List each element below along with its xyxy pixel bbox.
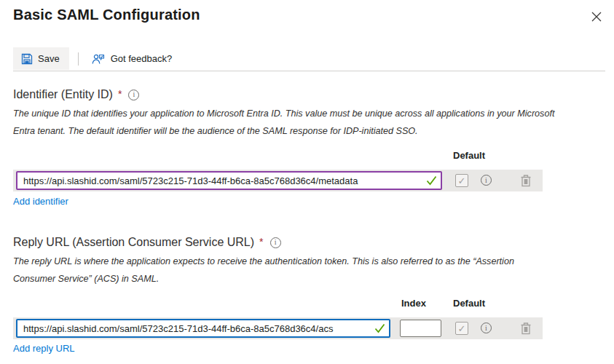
index-input[interactable] [400,320,441,337]
basic-saml-configuration-panel: Basic SAML Configuration Save Got feedba [0,0,614,364]
info-icon[interactable]: i [481,323,492,333]
required-asterisk: * [118,88,122,100]
feedback-person-icon [92,53,105,65]
required-asterisk: * [259,236,263,248]
default-column-header: Default [453,150,485,161]
save-label: Save [38,53,60,64]
reply-url-input-wrap [16,319,390,338]
delete-row-button[interactable] [519,173,533,188]
info-icon[interactable]: i [270,237,281,248]
toolbar-divider [13,71,605,71]
identifier-url-input[interactable] [16,171,442,190]
default-checkbox[interactable]: ✓ [455,322,468,335]
reply-url-row: ✓ i [13,317,543,339]
toolbar: Save Got feedback? [13,47,178,70]
info-icon[interactable]: i [481,175,492,186]
trash-icon [520,174,532,187]
identifier-title-text: Identifier (Entity ID) [13,88,113,101]
trash-icon [520,322,532,335]
identifier-input-wrap [16,171,442,190]
identifier-section-title: Identifier (Entity ID) * i [13,88,139,101]
got-feedback-label: Got feedback? [111,53,173,64]
reply-url-input[interactable] [16,319,390,338]
got-feedback-button[interactable]: Got feedback? [86,47,178,70]
save-disk-icon [21,53,33,65]
save-button[interactable]: Save [13,47,69,70]
default-checkbox[interactable]: ✓ [455,174,468,187]
page-title: Basic SAML Configuration [13,7,200,23]
add-identifier-link[interactable]: Add identifier [13,196,68,207]
info-icon[interactable]: i [128,90,139,100]
reply-url-title-text: Reply URL (Assertion Consumer Service UR… [13,236,254,249]
add-reply-url-link[interactable]: Add reply URL [13,343,75,354]
close-icon[interactable] [589,9,605,25]
delete-row-button[interactable] [519,321,533,336]
index-column-header: Index [401,298,426,309]
close-x-glyph [591,12,602,22]
toolbar-separator [78,52,79,66]
reply-url-section-title: Reply URL (Assertion Consumer Service UR… [13,236,281,249]
identifier-description: The unique ID that identifies your appli… [13,105,558,140]
default-column-header: Default [453,298,485,309]
reply-url-description: The reply URL is where the application e… [13,253,558,288]
identifier-row: ✓ i [13,170,543,191]
